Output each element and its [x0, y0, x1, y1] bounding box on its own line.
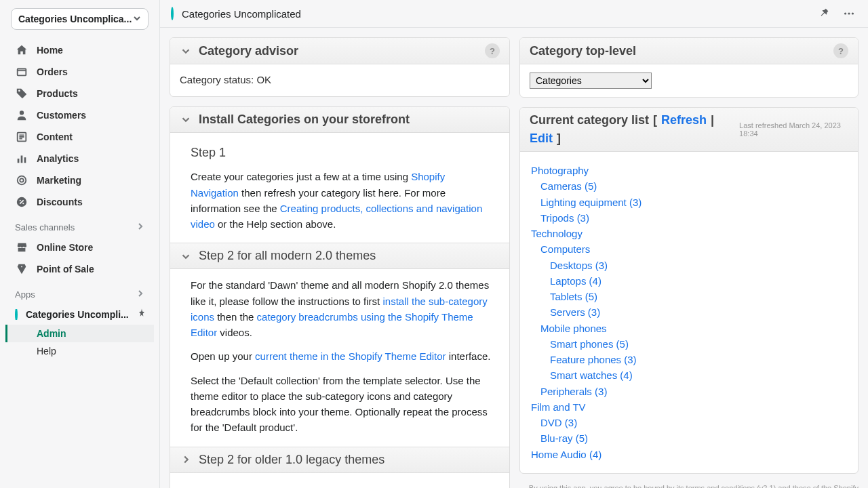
orders-icon	[15, 65, 28, 79]
step1-section: Step 1 Create your categories just a few…	[170, 133, 509, 243]
analytics-icon	[15, 152, 28, 165]
svg-rect-3	[18, 159, 20, 163]
nav-app-categories[interactable]: Categories Uncompli...	[5, 304, 154, 325]
more-icon[interactable]	[841, 5, 857, 22]
nav-orders-label: Orders	[37, 66, 68, 77]
person-icon	[15, 108, 28, 122]
install-panel: Install Categories on your storefront St…	[170, 106, 510, 489]
list-title: Current category list	[530, 113, 649, 127]
category-link[interactable]: Technology	[531, 228, 583, 239]
nav-discounts-label: Discounts	[37, 197, 83, 207]
store-icon	[15, 241, 28, 254]
help-icon[interactable]: ?	[485, 43, 500, 58]
chevron-right-icon[interactable]	[136, 222, 144, 232]
nav-products-label: Products	[37, 88, 78, 99]
nav-content[interactable]: Content	[5, 126, 154, 148]
step1-title: Step 1	[191, 144, 493, 163]
subnav-admin[interactable]: Admin	[5, 325, 154, 342]
svg-point-11	[844, 12, 846, 14]
store-name: Categories Uncomplica...	[18, 14, 132, 24]
nav-marketing-label: Marketing	[37, 175, 81, 186]
category-link[interactable]: Smart phones (5)	[550, 338, 629, 350]
nav-products[interactable]: Products	[5, 83, 154, 104]
nav-discounts[interactable]: Discounts	[5, 191, 154, 213]
nav-analytics-label: Analytics	[37, 153, 79, 164]
svg-point-12	[848, 12, 850, 14]
category-link[interactable]: Photography	[531, 165, 589, 176]
target-icon	[15, 174, 28, 187]
category-link[interactable]: Laptops (4)	[550, 275, 601, 287]
category-link[interactable]: Servers (3)	[550, 306, 600, 318]
category-link[interactable]: Tablets (5)	[550, 291, 597, 302]
category-link[interactable]: Mobile phones	[540, 323, 607, 334]
pos-icon	[15, 262, 28, 276]
store-selector[interactable]: Categories Uncomplica...	[11, 8, 149, 30]
step2b-title: Step 2 for older 1.0 legacy themes	[199, 453, 384, 467]
advisor-title: Category advisor	[199, 44, 298, 58]
category-link[interactable]: Peripherals (3)	[540, 386, 607, 397]
sidebar: Categories Uncomplica... Home Orders Pro…	[0, 0, 160, 488]
nav-customers-label: Customers	[37, 110, 86, 121]
advisor-panel: Category advisor ? Category status: OK	[170, 37, 510, 97]
category-link[interactable]: Lighting equipment (3)	[540, 197, 642, 208]
help-icon[interactable]: ?	[833, 43, 848, 58]
svg-rect-0	[18, 69, 26, 76]
nav-home[interactable]: Home	[5, 39, 154, 61]
toplevel-panel: Category top-level ? Categories	[519, 37, 859, 98]
footer-note: By using this app, you agree to be bound…	[519, 483, 859, 488]
nav-marketing[interactable]: Marketing	[5, 169, 154, 191]
discount-icon	[15, 195, 28, 209]
category-link[interactable]: DVD (3)	[540, 417, 577, 428]
refresh-link[interactable]: Refresh	[661, 113, 707, 127]
chevron-right-icon[interactable]	[136, 289, 144, 300]
topbar: Categories Uncomplicated	[160, 0, 868, 28]
theme-editor-link[interactable]: current theme in the Shopify Theme Edito…	[255, 350, 446, 362]
pin-icon[interactable]	[136, 308, 147, 321]
category-link[interactable]: Desktops (3)	[550, 260, 608, 271]
app-subnav: Admin Help	[5, 325, 154, 360]
nav-pos[interactable]: Point of Sale	[5, 258, 154, 280]
home-icon	[15, 43, 28, 57]
category-tree: PhotographyCameras (5)Lighting equipment…	[530, 160, 848, 465]
nav-customers[interactable]: Customers	[5, 104, 154, 126]
category-link[interactable]: Computers	[540, 243, 590, 255]
tag-icon	[15, 87, 28, 100]
chevron-down-icon[interactable]	[180, 250, 192, 262]
nav-online-store[interactable]: Online Store	[5, 237, 154, 258]
nav-analytics[interactable]: Analytics	[5, 148, 154, 169]
nav-pos-label: Point of Sale	[37, 264, 94, 274]
nav-orders[interactable]: Orders	[5, 61, 154, 83]
category-link[interactable]: Film and TV	[531, 401, 586, 413]
category-list-panel: Current category list [ Refresh | Edit ]…	[519, 107, 859, 474]
category-link[interactable]: Blu-ray (5)	[540, 432, 588, 444]
chevron-down-icon[interactable]	[180, 113, 192, 125]
app-logo-icon	[171, 8, 174, 19]
svg-point-6	[18, 176, 26, 185]
topbar-title: Categories Uncomplicated	[182, 8, 808, 20]
step2a-section: Step 2 for all modern 2.0 themes For the…	[170, 243, 509, 446]
category-link[interactable]: Feature phones (3)	[550, 354, 637, 365]
toplevel-select[interactable]: Categories	[530, 73, 652, 89]
nav-online-store-label: Online Store	[37, 242, 93, 253]
chevron-down-icon[interactable]	[180, 45, 192, 57]
chevron-right-icon[interactable]	[180, 453, 192, 466]
svg-point-9	[20, 200, 21, 201]
terms-link[interactable]: terms and conditions (v2.1)	[686, 484, 776, 488]
category-link[interactable]: Cameras (5)	[540, 180, 597, 192]
category-link[interactable]: Home Audio (4)	[531, 449, 601, 460]
subnav-help[interactable]: Help	[14, 342, 154, 360]
category-link[interactable]: Tripods (3)	[540, 212, 589, 224]
step2b-section: Step 2 for older 1.0 legacy themes	[170, 447, 509, 472]
pin-icon[interactable]	[816, 5, 833, 22]
content: Category advisor ? Category status: OK I…	[160, 28, 868, 488]
step2a-title: Step 2 for all modern 2.0 themes	[199, 249, 376, 263]
category-link[interactable]: Smart watches (4)	[550, 369, 633, 381]
advisor-status: Category status: OK	[170, 64, 509, 96]
svg-rect-5	[24, 157, 26, 163]
nav-home-label: Home	[37, 45, 63, 56]
edit-link[interactable]: Edit	[530, 131, 553, 146]
svg-rect-4	[21, 156, 23, 163]
caret-down-icon	[133, 14, 141, 24]
svg-point-1	[20, 110, 24, 115]
toplevel-title: Category top-level	[530, 44, 636, 58]
